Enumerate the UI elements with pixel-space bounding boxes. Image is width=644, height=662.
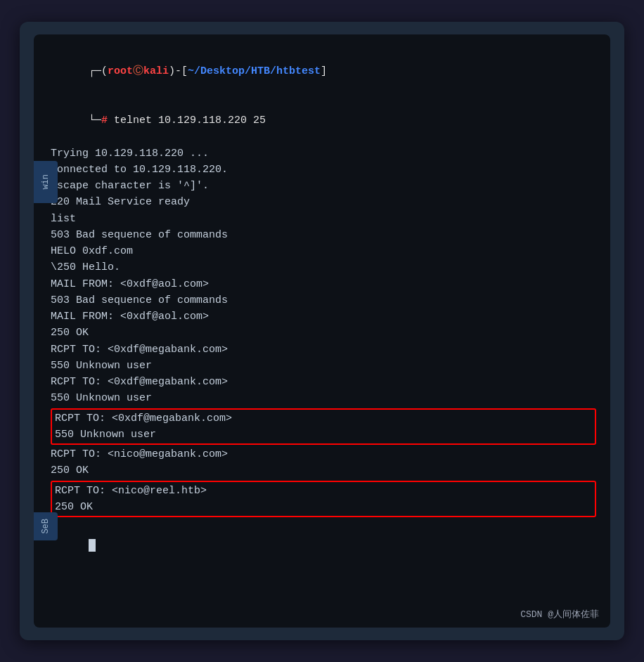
sidebar-seb: SeB xyxy=(34,512,58,540)
cursor-line xyxy=(51,519,596,568)
line-escape: Escape character is '^]'. xyxy=(51,178,596,194)
line-rcpt4: RCPT TO: <nico@megabank.com> xyxy=(51,446,596,462)
line-trying: Trying 10.129.118.220 ... xyxy=(51,145,596,162)
line-rcpt3-hi: RCPT TO: <0xdf@megabank.com> xyxy=(55,410,592,427)
line-list: list xyxy=(51,211,596,227)
highlight-block-2: RCPT TO: <nico@reel.htb> 250 OK xyxy=(51,481,596,518)
prompt-line: ┌─(rootⒸkali)-[~/Desktop/HTB/htbtest] xyxy=(51,47,596,96)
line-mailfrom2: MAIL FROM: <0xdf@aol.com> xyxy=(51,309,596,325)
line-220: 220 Mail Service ready xyxy=(51,194,596,210)
line-rcpt2: RCPT TO: <0xdf@megabank.com> xyxy=(51,374,596,390)
sidebar-win-label: win xyxy=(41,174,51,190)
line-rcpt1: RCPT TO: <0xdf@megabank.com> xyxy=(51,342,596,358)
line-mailfrom1: MAIL FROM: <0xdf@aol.com> xyxy=(51,276,596,292)
line-250hello: \250 Hello. xyxy=(51,259,596,275)
line-550c-hi: 550 Unknown user xyxy=(55,427,592,443)
command-line: └─# telnet 10.129.118.220 25 xyxy=(51,96,596,145)
line-250ok1: 250 OK xyxy=(51,325,596,341)
sidebar-seb-label: SeB xyxy=(41,519,51,534)
line-250ok3-hi: 250 OK xyxy=(55,499,592,515)
watermark: CSDN @人间体佐菲 xyxy=(520,608,599,621)
sidebar-win: win xyxy=(34,161,58,203)
highlight-block-1: RCPT TO: <0xdf@megabank.com> 550 Unknown… xyxy=(51,408,596,446)
line-250ok2: 250 OK xyxy=(51,462,596,479)
line-connected: Connected to 10.129.118.220. xyxy=(51,162,596,178)
outer-container: win SeB ┌─(rootⒸkali)-[~/Desktop/HTB/htb… xyxy=(20,22,624,640)
command-text: telnet 10.129.118.220 25 xyxy=(108,115,266,126)
line-550a: 550 Unknown user xyxy=(51,358,596,374)
terminal-window[interactable]: win SeB ┌─(rootⒸkali)-[~/Desktop/HTB/htb… xyxy=(34,34,610,628)
line-503a: 503 Bad sequence of commands xyxy=(51,227,596,243)
line-503b: 503 Bad sequence of commands xyxy=(51,292,596,309)
terminal-cursor xyxy=(89,539,96,552)
line-rcpt5-hi: RCPT TO: <nico@reel.htb> xyxy=(55,483,592,499)
line-550b: 550 Unknown user xyxy=(51,390,596,406)
line-helo: HELO 0xdf.com xyxy=(51,243,596,259)
